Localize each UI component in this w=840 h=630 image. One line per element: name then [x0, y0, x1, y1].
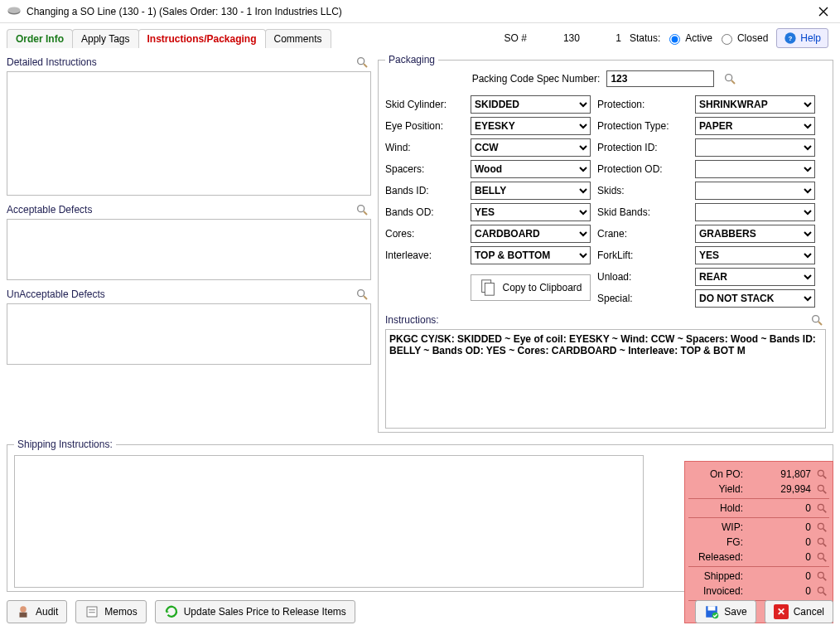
- svg-point-22: [818, 523, 823, 529]
- svg-line-7: [364, 211, 367, 215]
- released-search-icon[interactable]: [814, 551, 829, 563]
- svg-point-14: [813, 316, 819, 322]
- protection-id-select[interactable]: [695, 138, 815, 157]
- protection-od-select[interactable]: [695, 160, 815, 178]
- wip-search-icon[interactable]: [814, 521, 829, 533]
- wip-label: WIP:: [688, 521, 746, 533]
- hold-value: 0: [746, 502, 814, 514]
- tab-instructions-packaging[interactable]: Instructions/Packaging: [138, 29, 266, 48]
- status-closed-radio[interactable]: Closed: [717, 32, 768, 45]
- bands-od-select[interactable]: YES: [471, 203, 591, 221]
- packing-code-spec-input[interactable]: [606, 70, 714, 87]
- svg-point-16: [818, 470, 823, 476]
- wip-value: 0: [746, 521, 814, 533]
- interleave-label: Interleave:: [385, 250, 464, 261]
- eye-position-select[interactable]: EYESKY: [471, 117, 591, 135]
- svg-point-32: [20, 606, 27, 613]
- tab-order-info[interactable]: Order Info: [7, 29, 73, 48]
- protection-type-select[interactable]: PAPER: [695, 117, 815, 135]
- svg-rect-13: [485, 284, 495, 296]
- tab-comments[interactable]: Comments: [265, 29, 331, 48]
- unacceptable-defects-search-icon[interactable]: [353, 287, 371, 302]
- spacers-select[interactable]: Wood: [471, 160, 591, 178]
- packaging-instructions-search-icon[interactable]: [808, 313, 826, 327]
- so-number-label: SO #: [504, 32, 527, 44]
- packing-code-spec-label: Packing Code Spec Number:: [472, 73, 601, 85]
- status-active-radio[interactable]: Active: [665, 32, 712, 45]
- copy-to-clipboard-button[interactable]: Copy to Clipboard: [471, 274, 591, 301]
- close-button[interactable]: [813, 3, 833, 20]
- svg-point-10: [726, 75, 732, 81]
- update-sales-price-label: Update Sales Price to Release Items: [184, 606, 346, 618]
- svg-line-31: [823, 593, 827, 596]
- hold-search-icon[interactable]: [814, 502, 829, 514]
- yield-value: 29,994: [746, 483, 814, 495]
- detailed-instructions-search-icon[interactable]: [353, 55, 371, 70]
- app-icon: [7, 6, 22, 17]
- skids-label: Skids:: [597, 185, 688, 196]
- svg-text:?: ?: [789, 35, 793, 42]
- svg-rect-38: [708, 606, 716, 610]
- protection-od-label: Protection OD:: [597, 163, 688, 175]
- spacers-label: Spacers:: [385, 163, 464, 175]
- status-label: Status:: [630, 32, 660, 44]
- crane-select[interactable]: GRABBERS: [695, 225, 815, 243]
- unload-select[interactable]: REAR: [695, 268, 815, 286]
- cores-select[interactable]: CARDBOARD: [471, 225, 591, 243]
- yield-search-icon[interactable]: [814, 483, 829, 495]
- status-closed-label: Closed: [737, 32, 768, 44]
- audit-button[interactable]: Audit: [7, 600, 67, 623]
- invoiced-search-icon[interactable]: [814, 585, 829, 597]
- protection-select[interactable]: SHRINKWRAP: [695, 95, 815, 114]
- close-icon: ✕: [774, 604, 789, 619]
- released-label: Released:: [688, 551, 746, 563]
- skid-cylinder-select[interactable]: SKIDDED: [471, 95, 591, 114]
- wind-select[interactable]: CCW: [471, 138, 591, 157]
- svg-point-18: [818, 485, 823, 491]
- fg-search-icon[interactable]: [814, 536, 829, 548]
- skid-bands-select[interactable]: [695, 203, 815, 221]
- on-po-search-icon[interactable]: [814, 468, 829, 480]
- svg-line-29: [823, 578, 827, 581]
- save-button[interactable]: Save: [695, 600, 756, 623]
- interleave-select[interactable]: TOP & BOTTOM: [471, 246, 591, 264]
- svg-point-8: [358, 290, 364, 297]
- svg-point-24: [818, 538, 823, 544]
- svg-rect-34: [87, 607, 97, 617]
- detailed-instructions-label: Detailed Instructions: [7, 56, 97, 68]
- status-active-label: Active: [685, 32, 712, 44]
- svg-rect-33: [20, 613, 27, 618]
- shipping-instructions-text[interactable]: [14, 455, 644, 588]
- help-button[interactable]: ? Help: [776, 28, 828, 48]
- special-select[interactable]: DO NOT STACK: [695, 289, 815, 308]
- forklift-select[interactable]: YES: [695, 246, 815, 264]
- packaging-instructions-text[interactable]: PKGC CY/SK: SKIDDED ~ Eye of coil: EYESK…: [385, 329, 826, 429]
- memos-button[interactable]: Memos: [75, 600, 146, 623]
- protection-id-label: Protection ID:: [597, 142, 688, 153]
- shipped-search-icon[interactable]: [814, 570, 829, 582]
- on-po-value: 91,807: [746, 468, 814, 480]
- so-number-value: 130: [538, 32, 580, 44]
- svg-point-4: [358, 58, 364, 65]
- bands-od-label: Bands OD:: [385, 206, 464, 218]
- unload-label: Unload:: [597, 271, 688, 283]
- svg-line-5: [364, 64, 367, 67]
- cancel-label: Cancel: [794, 606, 824, 618]
- detailed-instructions-text[interactable]: [7, 71, 371, 196]
- svg-line-11: [731, 80, 735, 84]
- window-title: Changing a SO Line (130 - 1) (Sales Orde…: [27, 6, 813, 17]
- acceptable-defects-search-icon[interactable]: [353, 202, 371, 217]
- forklift-label: ForkLift:: [597, 250, 688, 261]
- update-sales-price-button[interactable]: Update Sales Price to Release Items: [155, 600, 355, 623]
- tab-apply-tags[interactable]: Apply Tags: [72, 29, 138, 48]
- yield-label: Yield:: [688, 483, 746, 495]
- bands-id-select[interactable]: BELLY: [471, 182, 591, 200]
- cancel-button[interactable]: ✕ Cancel: [765, 600, 833, 623]
- status-summary-panel: On PO:91,807 Yield:29,994 Hold:0 WIP:0 F…: [684, 461, 833, 623]
- packing-code-spec-search-icon[interactable]: [721, 71, 739, 86]
- unacceptable-defects-text[interactable]: [7, 303, 371, 365]
- svg-line-17: [823, 476, 827, 479]
- svg-line-9: [364, 296, 367, 299]
- acceptable-defects-text[interactable]: [7, 219, 371, 280]
- skids-select[interactable]: [695, 182, 815, 200]
